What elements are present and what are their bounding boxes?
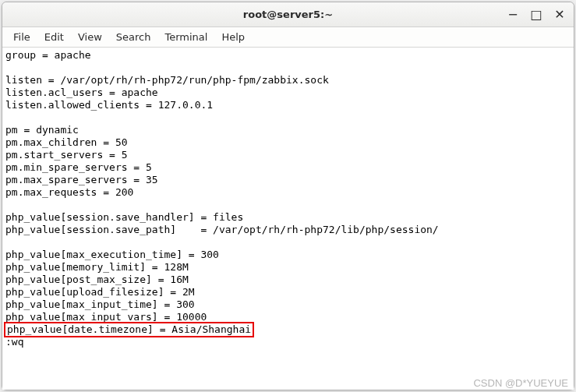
menu-help[interactable]: Help bbox=[215, 30, 251, 44]
minimize-icon: − bbox=[507, 7, 518, 22]
maximize-button[interactable]: □ bbox=[530, 9, 542, 21]
terminal-line: php_value[upload_filesize] = 2M bbox=[5, 286, 571, 298]
terminal-line: php_value[max_input_time] = 300 bbox=[5, 298, 571, 311]
terminal-line: php_value[session.save_handler] = files bbox=[5, 211, 571, 224]
terminal-line: listen = /var/opt/rh/rh-php72/run/php-fp… bbox=[5, 74, 571, 87]
terminal-line: php_value[post_max_size] = 16M bbox=[5, 274, 571, 286]
terminal-line: group = apache bbox=[5, 49, 571, 62]
terminal-line: listen.allowed_clients = 127.0.0.1 bbox=[5, 99, 571, 111]
close-icon: ✕ bbox=[554, 7, 564, 22]
close-button[interactable]: ✕ bbox=[553, 9, 566, 21]
terminal-line: listen.acl_users = apache bbox=[5, 87, 571, 99]
terminal-line bbox=[5, 199, 571, 211]
terminal-line: pm.max_requests = 200 bbox=[5, 186, 571, 199]
menu-view[interactable]: View bbox=[72, 30, 108, 44]
terminal-window: root@server5:~ − □ ✕ File Edit View Sear… bbox=[2, 2, 574, 390]
menu-search[interactable]: Search bbox=[110, 30, 157, 44]
highlighted-line: php_value[date.timezone] = Asia/Shanghai bbox=[4, 322, 254, 337]
terminal-line bbox=[5, 62, 571, 74]
menu-file[interactable]: File bbox=[7, 30, 37, 44]
menu-terminal[interactable]: Terminal bbox=[158, 30, 214, 44]
terminal-line bbox=[5, 236, 571, 249]
terminal-line: pm = dynamic bbox=[5, 124, 571, 136]
menu-edit[interactable]: Edit bbox=[38, 30, 70, 44]
terminal-line: pm.min_spare_servers = 5 bbox=[5, 161, 571, 174]
terminal-line: :wq bbox=[5, 336, 571, 348]
terminal-line: pm.start_servers = 5 bbox=[5, 149, 571, 161]
terminal-line bbox=[5, 111, 571, 124]
terminal-line: pm.max_spare_servers = 35 bbox=[5, 174, 571, 186]
terminal-line: pm.max_children = 50 bbox=[5, 136, 571, 149]
window-title: root@server5:~ bbox=[0, 9, 576, 20]
minimize-button[interactable]: − bbox=[507, 9, 519, 21]
window-controls: − □ ✕ bbox=[507, 9, 566, 21]
titlebar[interactable]: root@server5:~ − □ ✕ bbox=[2, 2, 574, 27]
menubar: File Edit View Search Terminal Help bbox=[2, 27, 574, 48]
terminal-line: php_value[session.save_path] = /var/opt/… bbox=[5, 224, 571, 236]
terminal-line: php_value[memory_limit] = 128M bbox=[5, 261, 571, 274]
maximize-icon: □ bbox=[530, 7, 542, 22]
terminal-area[interactable]: group = apache listen = /var/opt/rh/rh-p… bbox=[2, 48, 574, 390]
terminal-line: php_value[max_execution_time] = 300 bbox=[5, 249, 571, 261]
